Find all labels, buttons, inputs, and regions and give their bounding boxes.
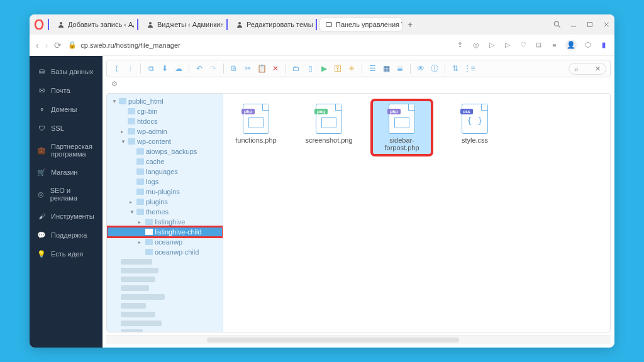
svg-point-1 — [60, 22, 62, 25]
minimize-button[interactable] — [569, 20, 578, 29]
paste-icon[interactable]: 📋 — [256, 63, 267, 74]
view-list-icon[interactable]: ☰ — [367, 63, 378, 74]
share-icon[interactable]: ⇪ — [455, 40, 465, 50]
reload-button[interactable]: ⟳ — [54, 40, 62, 50]
key-icon[interactable]: ⚿ — [332, 63, 343, 74]
menu-icon[interactable]: ≡ — [550, 40, 559, 50]
tree-item[interactable]: ▸oceanwp — [107, 237, 223, 247]
delete-icon[interactable]: ✕ — [270, 63, 281, 74]
sidebar-item-partner[interactable]: 💼Партнерская программа — [30, 138, 103, 163]
tree-item[interactable]: ▼themes — [107, 207, 223, 217]
horizontal-scrollbar[interactable] — [106, 335, 611, 344]
cut-icon[interactable]: ✂ — [242, 63, 253, 74]
edit-icon[interactable]: ▯ — [304, 63, 316, 74]
tree-item[interactable]: mu-plugins — [107, 187, 223, 197]
tree-item[interactable]: oceanwp-child — [107, 247, 223, 257]
close-button[interactable] — [602, 20, 611, 29]
tree-item[interactable]: listinghive-child — [107, 227, 223, 237]
folder-icon — [145, 249, 153, 255]
nav-back-icon[interactable]: ⟨ — [111, 63, 122, 74]
sidebar-toggle-icon[interactable]: ▮ — [599, 40, 608, 50]
tab-label: Редактировать темы ‹ Ад — [247, 21, 313, 28]
sidebar-item-seo[interactable]: ◎SEO и реклама — [30, 182, 103, 207]
panel-icon — [325, 21, 333, 28]
browser-tab-0[interactable]: Добавить запись ‹ Админ — [52, 18, 134, 31]
file-item[interactable]: css{ }style.css — [446, 101, 504, 146]
download-icon[interactable]: ⬇ — [159, 63, 170, 74]
tree-item[interactable]: logs — [107, 177, 223, 187]
file-item[interactable]: phpsidebar-forpost.php — [373, 101, 431, 154]
bookmark-icon[interactable]: ▷ — [487, 40, 496, 50]
sidebar-item-mail[interactable]: ✉Почта — [30, 81, 103, 100]
grid-icon[interactable]: ⊡ — [534, 40, 543, 50]
run-icon[interactable]: ▶ — [318, 63, 330, 74]
newfile-icon[interactable]: 🗎 — [228, 63, 240, 74]
tree-item[interactable]: cgi-bin — [107, 106, 223, 116]
copy-icon[interactable]: ⧉ — [145, 63, 157, 74]
expand-icon[interactable]: ▸ — [138, 239, 143, 245]
mail-icon: ✉ — [37, 86, 46, 95]
file-item[interactable]: pngscreenshot.png — [300, 101, 358, 146]
sidebar-item-ssl[interactable]: 🛡SSL — [30, 119, 103, 138]
view-detail-icon[interactable]: ≣ — [394, 63, 406, 74]
bullets-icon[interactable]: ⋮≡ — [464, 63, 475, 74]
tree-item[interactable]: cache — [107, 156, 223, 167]
browser-tab-2[interactable]: Редактировать темы ‹ Ад — [231, 18, 313, 31]
search-icon[interactable] — [553, 20, 562, 29]
camera-icon[interactable]: ◎ — [471, 40, 480, 50]
tree-item[interactable]: ▸listinghive — [107, 217, 223, 227]
file-name: sidebar-forpost.php — [375, 136, 428, 151]
tab-label: Виджеты ‹ Админкин — — [157, 21, 223, 28]
new-tab-button[interactable]: + — [404, 19, 416, 30]
expand-icon[interactable]: ▸ — [121, 129, 126, 134]
person-icon — [147, 21, 154, 28]
cloud-icon[interactable]: ☁ — [173, 63, 184, 74]
expand-icon[interactable]: ▸ — [130, 199, 135, 205]
browser-tab-1[interactable]: Виджеты ‹ Админкин — — [142, 18, 223, 31]
tree-item[interactable]: ▼wp-content — [107, 136, 223, 146]
sidebar-item-db[interactable]: ⛁Базы данных — [30, 62, 103, 81]
extension-icon[interactable]: ⬡ — [583, 40, 592, 50]
tree-item-blurred — [107, 327, 223, 332]
sidebar-item-domain[interactable]: ⚬Домены — [30, 100, 103, 119]
archive-icon[interactable]: 🗀 — [291, 63, 302, 74]
svg-point-0 — [35, 20, 43, 30]
sidebar-item-idea[interactable]: 💡Есть идея — [30, 244, 103, 263]
forward-button[interactable]: › — [45, 40, 48, 50]
expand-icon[interactable]: ▼ — [130, 209, 135, 215]
sidebar-item-shop[interactable]: 🛒Магазин — [30, 163, 103, 182]
sidebar-item-tools[interactable]: 🖌Инструменты — [30, 207, 103, 226]
expand-icon[interactable]: ▼ — [121, 139, 126, 145]
heart-icon[interactable]: ♡ — [518, 40, 528, 50]
play-icon[interactable]: ▷ — [502, 40, 512, 50]
tree-label: listinghive — [155, 218, 185, 226]
profile-icon[interactable]: 👤 — [565, 40, 577, 51]
nav-fwd-icon[interactable]: ⟩ — [125, 63, 136, 74]
folder-tree: ▼public_htmlcgi-binhtdocs▸wp-admin▼wp-co… — [107, 94, 223, 332]
tree-item[interactable]: htdocs — [107, 116, 223, 126]
maximize-button[interactable] — [586, 20, 594, 29]
view-grid-icon[interactable]: ▦ — [380, 63, 392, 74]
tree-item[interactable]: ▸plugins — [107, 197, 223, 207]
fm-search[interactable]: ⌕ ✕ — [569, 63, 606, 75]
url-input[interactable]: 🔒 cp.sweb.ru/hosting/file_manager — [68, 41, 449, 49]
tree-item[interactable]: languages — [107, 167, 223, 177]
search-clear-icon[interactable]: ✕ — [595, 65, 601, 73]
expand-icon[interactable]: ▼ — [112, 99, 117, 104]
star-icon[interactable]: ✳ — [346, 63, 357, 74]
expand-icon[interactable]: ▸ — [138, 219, 143, 225]
settings-icon[interactable]: ⚙ — [106, 77, 611, 90]
info-icon[interactable]: ⓘ — [429, 63, 440, 74]
sort-icon[interactable]: ⇅ — [450, 63, 461, 74]
browser-tab-3[interactable]: Панель управления VH — [320, 18, 402, 31]
address-bar: ‹ › ⟳ 🔒 cp.sweb.ru/hosting/file_manager … — [30, 35, 614, 56]
tree-item[interactable]: ▸wp-admin — [107, 126, 223, 136]
tree-item[interactable]: ▼public_html — [107, 96, 223, 106]
file-item[interactable]: phpfunctions.php — [227, 101, 285, 146]
undo-icon[interactable]: ↶ — [194, 63, 205, 74]
redo-icon[interactable]: ↷ — [208, 63, 219, 74]
visibility-icon[interactable]: 👁 — [415, 63, 426, 74]
sidebar-item-support[interactable]: 💬Поддержка — [30, 226, 103, 244]
back-button[interactable]: ‹ — [36, 40, 39, 50]
tree-item[interactable]: aiowps_backups — [107, 146, 223, 156]
